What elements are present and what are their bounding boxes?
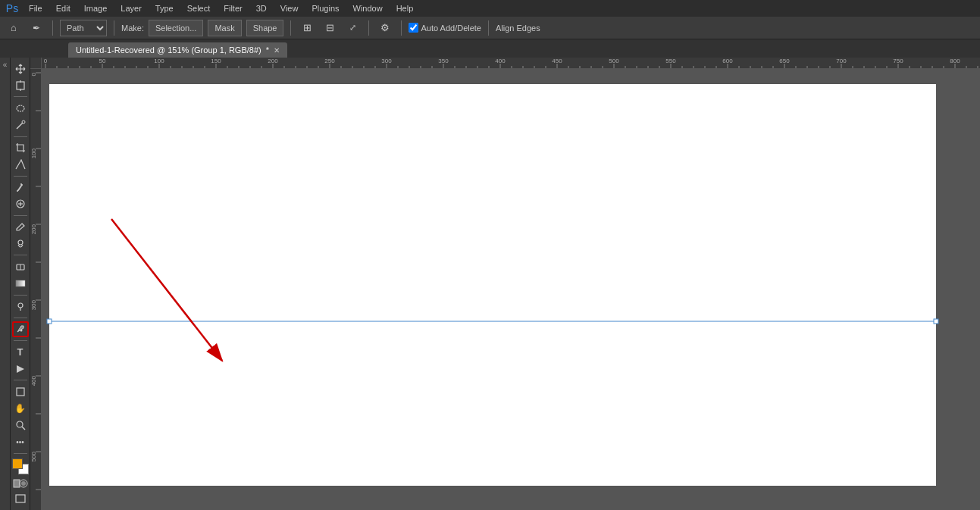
eraser-tool[interactable] [12,258,29,274]
home-icon[interactable]: ⌂ [5,19,23,37]
canvas-wrapper [30,58,980,510]
artboard-tool[interactable] [12,77,29,93]
hand-tool[interactable]: ✋ [12,400,29,416]
quick-mask-icon[interactable] [13,478,28,490]
separator-3 [290,20,291,36]
menu-help[interactable]: Help [390,2,420,14]
maker-label: Make: [121,23,144,33]
svg-point-21 [21,481,26,486]
doc-tab-title: Untitled-1-Recovered @ 151% (Group 1, RG… [76,45,261,55]
brush-tool[interactable] [12,219,29,235]
canvas-area[interactable] [42,69,980,510]
tool-divider-4 [14,215,27,216]
slice-tool[interactable] [12,157,29,173]
tabbar: Untitled-1-Recovered @ 151% (Group 1, RG… [0,39,980,58]
svg-point-17 [17,421,23,427]
menu-window[interactable]: Window [347,2,389,14]
eyedropper-tool[interactable] [12,180,29,196]
auto-add-delete-checkbox[interactable]: Auto Add/Delete [409,23,481,33]
doc-tab-modified: * [266,45,269,55]
separator-1 [52,20,53,36]
screen-mode-icon[interactable] [12,491,29,507]
horizontal-ruler-canvas [42,58,980,69]
tool-divider-5 [14,255,27,255]
settings-icon[interactable]: ⚙ [376,19,394,37]
crop-tool[interactable] [12,140,29,156]
panel-collapse[interactable]: « [0,58,11,510]
combine-paths-icon[interactable]: ⊞ [298,19,316,37]
svg-rect-0 [17,82,24,89]
path-mode-dropdown[interactable]: Path Shape Pixels [60,20,107,36]
svg-rect-19 [14,480,20,487]
menu-type[interactable]: Type [149,2,180,14]
separator-5 [401,20,402,36]
path-anchor-left[interactable] [47,319,52,324]
auto-add-delete-input[interactable] [409,23,418,33]
ps-logo[interactable]: Ps [3,0,21,17]
main-area: « [0,58,980,510]
align-paths-icon[interactable]: ⊟ [321,19,339,37]
separator-2 [114,20,114,36]
menu-select[interactable]: Select [181,2,217,14]
gradient-tool[interactable] [12,275,29,291]
move-tool[interactable] [12,61,29,77]
menu-view[interactable]: View [274,2,305,14]
tab-close-button[interactable]: ✕ [274,46,280,55]
document-tab[interactable]: Untitled-1-Recovered @ 151% (Group 1, RG… [68,42,287,58]
auto-add-delete-label: Auto Add/Delete [421,23,481,33]
ruler-corner [30,58,42,69]
document-canvas [49,84,936,486]
menu-filter[interactable]: Filter [218,2,248,14]
tool-divider-7 [14,318,27,318]
separator-6 [488,20,489,36]
svg-rect-22 [16,495,25,502]
shape-button[interactable]: Shape [246,20,284,36]
healing-brush-tool[interactable] [12,196,29,212]
tool-divider-3 [14,176,27,177]
clone-stamp-tool[interactable] [12,236,29,252]
svg-rect-12 [16,280,25,286]
magic-wand-tool[interactable] [12,117,29,133]
shape-tool[interactable] [12,383,29,399]
svg-point-15 [20,330,22,332]
tool-divider-1 [14,96,27,97]
menu-image[interactable]: Image [78,2,114,14]
tool-divider-10 [14,453,27,454]
ruler-top-row [30,58,980,69]
foreground-color-swatch[interactable] [12,458,23,469]
tool-divider-9 [14,380,27,380]
canvas-row [30,69,980,510]
menubar: Ps File Edit Image Layer Type Select Fil… [0,0,980,17]
type-tool[interactable]: T [12,344,29,360]
ruler-top [42,58,980,69]
zoom-tool[interactable] [12,417,29,433]
separator-4 [368,20,369,36]
menu-3d[interactable]: 3D [250,2,273,14]
pen-freeform-tool[interactable] [12,321,29,337]
toolbar: T ✋ ••• [11,58,30,510]
more-tools[interactable]: ••• [12,434,29,450]
options-bar: ⌂ ✒ Path Shape Pixels Make: Selection...… [0,17,980,39]
pen-tool-icon[interactable]: ✒ [27,19,45,37]
selection-button[interactable]: Selection... [149,20,203,36]
mask-button[interactable]: Mask [208,20,241,36]
menu-file[interactable]: File [23,2,49,14]
vertical-ruler-canvas [30,69,42,510]
path-selection-tool[interactable] [12,361,29,377]
tool-divider-6 [14,295,27,296]
svg-point-5 [22,120,25,124]
path-anchor-right[interactable] [934,319,938,324]
menu-plugins[interactable]: Plugins [305,2,345,14]
tool-divider-2 [14,136,27,137]
path-overlay [49,84,936,486]
color-swatches[interactable] [12,458,29,474]
menu-edit[interactable]: Edit [50,2,77,14]
align-edges-label: Align Edges [496,23,540,33]
path-arrangement-icon[interactable]: ⤢ [343,19,362,37]
lasso-tool[interactable] [12,100,29,116]
menu-layer[interactable]: Layer [114,2,148,14]
dodge-burn-tool[interactable] [12,299,29,314]
svg-line-4 [17,123,23,129]
svg-point-3 [17,105,24,111]
tool-divider-8 [14,340,27,341]
